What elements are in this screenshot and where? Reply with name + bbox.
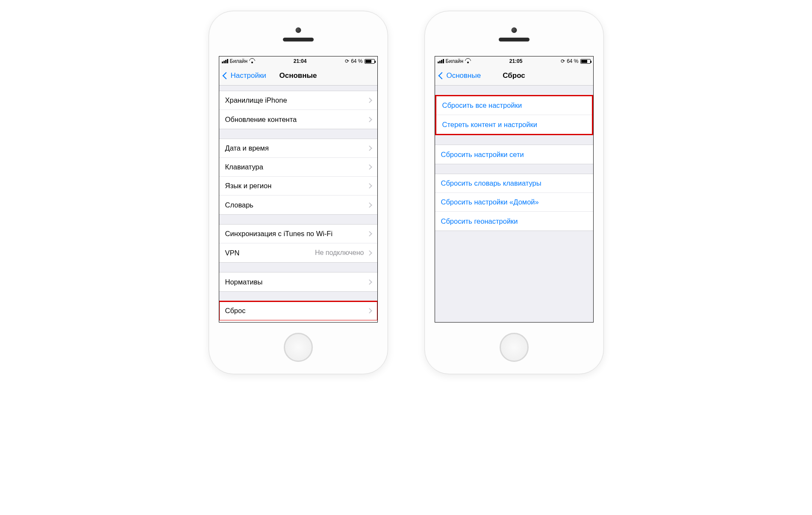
nav-title: Основные [279, 71, 317, 80]
nav-bar: Настройки Основные [219, 66, 377, 86]
speaker [283, 38, 314, 41]
row-label: Обновление контента [225, 115, 368, 124]
row-reset[interactable]: Сброс [219, 302, 377, 320]
row-date-time[interactable]: Дата и время [219, 139, 377, 158]
group-locale: Дата и время Клавиатура Язык и регион Сл… [219, 139, 377, 215]
group-reset-network: Сбросить настройки сети [435, 145, 593, 164]
chevron-right-icon [367, 202, 372, 208]
row-reset-keyboard-dict[interactable]: Сбросить словарь клавиатуры [435, 174, 593, 193]
home-button[interactable] [500, 333, 529, 362]
row-regulatory[interactable]: Нормативы [219, 272, 377, 291]
row-reset-location[interactable]: Сбросить геонастройки [435, 212, 593, 231]
row-label: Стереть контент и настройки [442, 121, 586, 129]
row-label: Клавиатура [225, 163, 368, 171]
chevron-right-icon [367, 279, 372, 285]
row-label: Хранилище iPhone [225, 96, 368, 104]
speaker [499, 38, 530, 41]
camera [295, 27, 301, 33]
row-label: Дата и время [225, 144, 368, 152]
status-bar: Билайн 21:05 ⟳ 64 % [435, 56, 593, 66]
back-label: Основные [447, 71, 481, 80]
reset-content[interactable]: Сбросить все настройки Стереть контент и… [435, 86, 593, 322]
row-itunes-wifi[interactable]: Синхронизация с iTunes по Wi-Fi [219, 225, 377, 243]
rotation-lock-icon: ⟳ [345, 58, 349, 64]
group-sync: Синхронизация с iTunes по Wi-Fi VPN Не п… [219, 224, 377, 263]
home-button[interactable] [284, 333, 313, 362]
group-reset-other: Сбросить словарь клавиатуры Сбросить нас… [435, 174, 593, 231]
row-reset-network[interactable]: Сбросить настройки сети [435, 145, 593, 164]
row-label: Сбросить словарь клавиатуры [441, 179, 587, 187]
row-dictionary[interactable]: Словарь [219, 195, 377, 214]
row-reset-all-settings[interactable]: Сбросить все настройки [436, 96, 592, 115]
nav-bar: Основные Сброс [435, 66, 593, 86]
phone-right: Билайн 21:05 ⟳ 64 % Основные Сброс Сброс… [424, 11, 604, 374]
chevron-right-icon [367, 231, 372, 237]
row-storage[interactable]: Хранилище iPhone [219, 91, 377, 110]
chevron-right-icon [367, 250, 372, 256]
row-language-region[interactable]: Язык и регион [219, 177, 377, 195]
carrier-label: Билайн [230, 58, 248, 64]
row-label: Язык и регион [225, 182, 368, 190]
chevron-right-icon [367, 98, 372, 103]
row-keyboard[interactable]: Клавиатура [219, 158, 377, 177]
screen-general: Билайн 21:04 ⟳ 64 % Настройки Основные Х… [219, 56, 378, 323]
signal-icon [438, 59, 444, 63]
row-label: Сбросить геонастройки [441, 217, 587, 225]
back-button[interactable]: Основные [438, 66, 483, 85]
row-label: Сбросить настройки сети [441, 151, 587, 159]
nav-title: Сброс [503, 71, 525, 80]
status-bar: Билайн 21:04 ⟳ 64 % [219, 56, 377, 66]
wifi-icon [249, 59, 255, 63]
group-storage: Хранилище iPhone Обновление контента [219, 91, 377, 129]
back-label: Настройки [231, 71, 266, 80]
chevron-left-icon [222, 72, 229, 79]
status-right: ⟳ 64 % [561, 58, 590, 64]
row-vpn[interactable]: VPN Не подключено [219, 243, 377, 262]
carrier-label: Билайн [446, 58, 464, 64]
chevron-left-icon [438, 72, 445, 79]
chevron-right-icon [367, 183, 372, 189]
battery-pct: 64 % [567, 58, 578, 64]
group-regulatory: Нормативы [219, 272, 377, 292]
row-label: Синхронизация с iTunes по Wi-Fi [225, 230, 368, 238]
row-label: Сбросить все настройки [442, 101, 586, 110]
row-label: Сброс [225, 307, 368, 315]
status-left: Билайн [438, 58, 471, 64]
chevron-right-icon [367, 117, 372, 122]
back-button[interactable]: Настройки [222, 66, 268, 85]
status-right: ⟳ 64 % [345, 58, 374, 64]
row-reset-home[interactable]: Сбросить настройки «Домой» [435, 193, 593, 212]
status-left: Билайн [222, 58, 256, 64]
battery-icon [580, 59, 591, 64]
group-reset-all: Сбросить все настройки Стереть контент и… [435, 95, 593, 135]
wifi-icon [465, 59, 471, 63]
phone-left: Билайн 21:04 ⟳ 64 % Настройки Основные Х… [209, 11, 388, 374]
status-time: 21:04 [294, 58, 307, 64]
battery-icon [365, 59, 375, 64]
row-erase-all[interactable]: Стереть контент и настройки [436, 115, 592, 134]
row-detail: Не подключено [315, 249, 364, 257]
row-label: VPN [225, 249, 315, 257]
signal-icon [222, 59, 228, 63]
camera [511, 27, 517, 33]
rotation-lock-icon: ⟳ [561, 58, 565, 64]
screen-reset: Билайн 21:05 ⟳ 64 % Основные Сброс Сброс… [435, 56, 594, 323]
group-reset: Сброс Выключить [219, 301, 377, 322]
chevron-right-icon [367, 308, 372, 314]
status-time: 21:05 [509, 58, 523, 64]
row-background-refresh[interactable]: Обновление контента [219, 110, 377, 129]
chevron-right-icon [367, 164, 372, 170]
row-label: Словарь [225, 201, 368, 209]
row-label: Нормативы [225, 278, 368, 286]
chevron-right-icon [367, 145, 372, 151]
settings-content[interactable]: Хранилище iPhone Обновление контента Дат… [219, 86, 377, 322]
battery-pct: 64 % [351, 58, 362, 64]
row-shutdown[interactable]: Выключить [219, 320, 377, 322]
row-label: Сбросить настройки «Домой» [441, 198, 587, 206]
